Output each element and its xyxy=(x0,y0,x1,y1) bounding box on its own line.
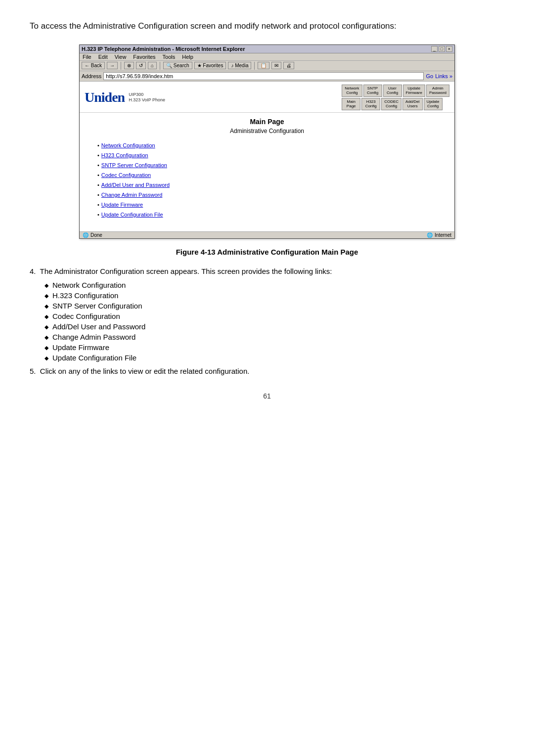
go-button[interactable]: Go xyxy=(426,73,433,79)
list-item-add-del: Add/Del User and Password xyxy=(97,182,446,188)
item-4-number: 4. xyxy=(30,267,40,275)
browser-menubar: File Edit View Favorites Tools Help xyxy=(80,53,454,61)
status-text: Done xyxy=(90,232,102,238)
item-5-text: Click on any of the links to view or edi… xyxy=(40,367,250,375)
maximize-button[interactable]: □ xyxy=(439,46,445,52)
menu-favorites[interactable]: Favorites xyxy=(133,54,155,60)
bullet-change-admin-text: Change Admin Password xyxy=(52,333,135,341)
browser-title: H.323 IP Telephone Administration - Micr… xyxy=(82,46,245,52)
home-button[interactable]: ⌂ xyxy=(148,62,157,69)
menu-help[interactable]: Help xyxy=(182,54,193,60)
browser-toolbar: ← Back → ⊗ ↺ ⌂ 🔍 Search ★ Favorites ♪ Me… xyxy=(80,61,454,71)
bullet-h323-config-text: H.323 Configuration xyxy=(52,291,118,300)
address-label: Address xyxy=(82,73,101,79)
brand-area: Uniden UIP300 H.323 VoIP Phone xyxy=(85,89,165,105)
page-content: Uniden UIP300 H.323 VoIP Phone NetworkCo… xyxy=(80,82,454,231)
media-button[interactable]: ♪ Media xyxy=(228,62,251,69)
bullet-update-firmware-text: Update Firmware xyxy=(52,343,109,352)
menu-view[interactable]: View xyxy=(115,54,127,60)
toolbar-separator-3 xyxy=(254,62,255,70)
menu-tools[interactable]: Tools xyxy=(163,54,176,60)
bullet-update-firmware: Update Firmware xyxy=(44,343,504,352)
nav-network-config[interactable]: NetworkConfig xyxy=(342,85,362,97)
toolbar-separator-1 xyxy=(121,62,121,70)
nav-user-config[interactable]: UserConfig xyxy=(383,85,402,97)
bullet-add-del: Add/Del User and Password xyxy=(44,322,504,331)
back-button[interactable]: ← Back xyxy=(82,62,105,69)
address-input[interactable] xyxy=(103,72,424,80)
main-page-content: Main Page Administrative Configuration N… xyxy=(80,113,454,231)
nav-row-2: MainPage H323Config CODECConfig Add/DelU… xyxy=(342,98,449,110)
intro-paragraph: To access the Administrative Configurati… xyxy=(30,20,504,33)
figure-caption: Figure 4-13 Administrative Configuration… xyxy=(30,248,504,256)
list-item-change-admin: Change Admin Password xyxy=(97,192,446,198)
item-4-text: The Administrator Configuration screen a… xyxy=(40,267,332,275)
link-add-del-user[interactable]: Add/Del User and Password xyxy=(101,182,170,188)
stop-button[interactable]: ⊗ xyxy=(124,62,134,69)
close-button[interactable]: × xyxy=(446,46,452,52)
link-network-config[interactable]: Network Configuration xyxy=(101,142,155,148)
nav-codec-config[interactable]: CODECConfig xyxy=(381,98,401,110)
bullet-add-del-text: Add/Del User and Password xyxy=(52,322,145,331)
statusbar-right: 🌐 Internet xyxy=(427,232,451,238)
zone-icon: 🌐 xyxy=(427,232,433,238)
history-button[interactable]: 📋 xyxy=(258,62,269,69)
link-update-firmware[interactable]: Update Firmware xyxy=(101,202,143,208)
refresh-button[interactable]: ↺ xyxy=(136,62,146,69)
search-button[interactable]: 🔍 Search xyxy=(163,62,192,69)
page-number: 61 xyxy=(30,392,504,400)
nav-sntp-config[interactable]: SNTPConfig xyxy=(363,85,382,97)
menu-edit[interactable]: Edit xyxy=(98,54,108,60)
list-item-network: Network Configuration xyxy=(97,142,446,148)
nav-admin-password[interactable]: AdminPassword xyxy=(426,85,449,97)
body-section: 4. The Administrator Configuration scree… xyxy=(30,266,504,377)
bullet-h323-config: H.323 Configuration xyxy=(44,291,504,300)
nav-area: Uniden UIP300 H.323 VoIP Phone NetworkCo… xyxy=(80,82,454,113)
nav-main-page[interactable]: MainPage xyxy=(342,98,360,110)
brand-model: UIP300 H.323 VoIP Phone xyxy=(129,92,165,103)
forward-button[interactable]: → xyxy=(107,62,118,69)
list-item-update-firmware: Update Firmware xyxy=(97,202,446,208)
bullet-network-config: Network Configuration xyxy=(44,281,504,289)
bullet-update-config-file: Update Configuration File xyxy=(44,354,504,362)
print-button[interactable]: 🖨 xyxy=(283,62,294,69)
menu-file[interactable]: File xyxy=(83,54,91,60)
link-change-admin[interactable]: Change Admin Password xyxy=(101,192,163,198)
browser-statusbar: 🌐 Done 🌐 Internet xyxy=(80,231,454,238)
minimize-button[interactable]: _ xyxy=(431,46,438,52)
list-item-h323: H323 Configuration xyxy=(97,152,446,158)
bullet-update-config-file-text: Update Configuration File xyxy=(52,354,136,362)
nav-h323-config[interactable]: H323Config xyxy=(361,98,380,110)
bullet-codec-config: Codec Configuration xyxy=(44,312,504,320)
link-codec-config[interactable]: Codec Configuration xyxy=(101,172,151,178)
links-button[interactable]: Links » xyxy=(435,73,452,79)
nav-row-1: NetworkConfig SNTPConfig UserConfig Upda… xyxy=(342,85,449,97)
link-update-config-file[interactable]: Update Configuration File xyxy=(101,212,163,218)
list-item-codec: Codec Configuration xyxy=(97,172,446,178)
zone-text: Internet xyxy=(435,232,451,238)
model-subtitle: H.323 VoIP Phone xyxy=(129,97,165,103)
nav-update-firmware[interactable]: UpdateFirmware xyxy=(403,85,425,97)
bullet-codec-config-text: Codec Configuration xyxy=(52,312,120,320)
browser-addressbar: Address Go Links » xyxy=(80,71,454,82)
bullet-network-config-text: Network Configuration xyxy=(52,281,126,289)
feature-bullet-list: Network Configuration H.323 Configuratio… xyxy=(44,281,504,362)
list-item-sntp: SNTP Server Configuration xyxy=(97,162,446,168)
nav-update-config[interactable]: UpdateConfig xyxy=(424,98,443,110)
browser-titlebar: H.323 IP Telephone Administration - Micr… xyxy=(80,45,454,53)
bullet-sntp-config: SNTP Server Configuration xyxy=(44,302,504,310)
toolbar-separator-2 xyxy=(160,62,160,70)
nav-buttons: NetworkConfig SNTPConfig UserConfig Upda… xyxy=(342,85,449,110)
item-5-number: 5. xyxy=(30,367,40,375)
link-sntp-config[interactable]: SNTP Server Configuration xyxy=(101,162,167,168)
mail-button[interactable]: ✉ xyxy=(271,62,281,69)
status-icon: 🌐 xyxy=(83,232,89,238)
brand-logo: Uniden xyxy=(85,89,125,105)
favorites-button[interactable]: ★ Favorites xyxy=(194,62,226,69)
link-h323-config[interactable]: H323 Configuration xyxy=(101,152,148,158)
browser-window: H.323 IP Telephone Administration - Micr… xyxy=(79,44,455,239)
titlebar-controls[interactable]: _ □ × xyxy=(431,46,452,52)
model-number: UIP300 xyxy=(129,92,165,97)
nav-add-del-users[interactable]: Add/DelUsers xyxy=(402,98,422,110)
admin-menu-list: Network Configuration H323 Configuration… xyxy=(97,142,446,218)
